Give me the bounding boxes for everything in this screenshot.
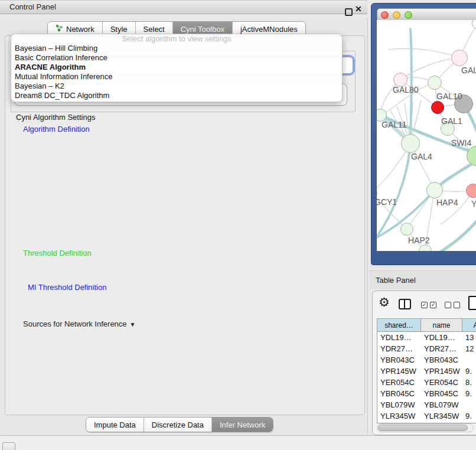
- cyni-mode-tabs: Impute DataDiscretize DataInfer Network: [86, 417, 273, 432]
- table-cell: 12: [462, 343, 476, 354]
- node-label-hap2: HAP2: [408, 236, 430, 245]
- table-cell: 9.: [462, 410, 476, 422]
- table-row[interactable]: YBR043CYBR043C: [377, 354, 476, 366]
- node-table: shared…nameAYDL19…YDL19…13YDR27…YDR27…12…: [377, 318, 476, 423]
- table-cell: [462, 399, 476, 410]
- network-node[interactable]: [428, 76, 442, 90]
- table-cell: YBR043C: [377, 354, 421, 366]
- table-cell: YBL079W: [421, 399, 462, 410]
- tab-label: Impute Data: [94, 420, 136, 429]
- table-row[interactable]: YDL19…YDL19…13: [377, 332, 476, 343]
- algorithm-item-bayesian-hill-climbing[interactable]: Bayesian – Hill Climbing: [11, 44, 342, 53]
- control-panel-titlebar: Control Panel ✕: [0, 0, 367, 14]
- sources-group-title[interactable]: Sources for Network Inference▼: [21, 319, 137, 328]
- table-cell: YER054C: [377, 377, 421, 388]
- corner-button[interactable]: [2, 442, 15, 450]
- table-panel: ⚙ ✓✓ shared…nameAYDL19…YDL19…13YDR27…YDR…: [372, 291, 476, 435]
- node-label-hap4: HAP4: [436, 198, 458, 207]
- table-row[interactable]: YER054CYER054C8.: [377, 377, 476, 388]
- status-bar: [0, 435, 476, 450]
- column-header-name[interactable]: name: [421, 319, 462, 332]
- table-panel-title: Table Panel: [376, 271, 416, 289]
- table-cell: YBR045C: [377, 388, 421, 399]
- settings-gear-icon[interactable]: ⚙: [379, 296, 390, 309]
- table-cell: YDR27…: [421, 343, 462, 354]
- split-columns-icon[interactable]: [399, 299, 411, 309]
- table-row[interactable]: YDR27…YDR27…12: [377, 343, 476, 354]
- table-header-row: shared…nameA: [377, 319, 476, 332]
- algorithm-item-aracne-algorithm[interactable]: ARACNE Algorithm: [11, 63, 342, 72]
- table-cell: YDL19…: [377, 332, 421, 343]
- algorithm-item-dream8-dc-tdc-algorithm[interactable]: Dream8 DC_TDC Algorithm: [11, 91, 342, 100]
- show-columns-icon[interactable]: ✓✓: [421, 302, 436, 308]
- minimize-traffic-light-icon[interactable]: [393, 11, 400, 19]
- network-edge[interactable]: [389, 48, 459, 58]
- column-header-a[interactable]: A: [462, 319, 476, 332]
- table-row[interactable]: YBL079WYBL079W: [377, 399, 476, 410]
- algorithm-item-bayesian-k2[interactable]: Bayesian – K2: [11, 81, 342, 91]
- tab-impute-data[interactable]: Impute Data: [86, 418, 144, 432]
- table-panel-titlebar: Table Panel: [369, 270, 476, 289]
- node-label-gal80: GAL80: [393, 85, 419, 94]
- mi-threshold-definition-title: MI Threshold Definition: [26, 283, 108, 292]
- panel-title: Control Panel: [9, 1, 56, 14]
- popup-placeholder: Select algorithm to view settings: [11, 34, 342, 44]
- table-cell: YER054C: [421, 377, 462, 388]
- screen: Control Panel ✕ NetworkStyleSelectCyni T…: [0, 0, 476, 450]
- algorithm-item-mutual-information-inference[interactable]: Mutual Information Inference: [11, 72, 342, 81]
- network-node[interactable]: [401, 134, 420, 153]
- tab-label: Network: [66, 25, 94, 34]
- scrollbar-thumb[interactable]: [378, 425, 468, 431]
- hide-columns-icon[interactable]: [445, 302, 460, 308]
- node-label-gal4: GAL4: [411, 152, 432, 161]
- tab-label: Style: [110, 25, 128, 34]
- threshold-definition-title: Threshold Definition: [21, 249, 93, 257]
- network-node[interactable]: [431, 101, 444, 114]
- network-canvas[interactable]: GALGAL80GAL10GAL1GAL11SWI4GAL4GCY1HAP4YH…: [377, 20, 476, 251]
- export-table-icon[interactable]: [468, 296, 476, 310]
- table-row[interactable]: YBR045CYBR045C9.: [377, 388, 476, 399]
- table-cell: YLR345W: [421, 410, 462, 422]
- node-label-gal: GAL: [461, 66, 476, 75]
- tab-discretize-data[interactable]: Discretize Data: [144, 418, 212, 432]
- table-cell: [462, 354, 476, 366]
- settings-group-title: Cyni Algorithm Settings: [14, 113, 97, 122]
- table-cell: YBL079W: [377, 399, 421, 410]
- network-edge[interactable]: [437, 215, 476, 251]
- table-cell: YPR145W: [377, 366, 421, 377]
- algorithm-item-basic-correlation-inference[interactable]: Basic Correlation Inference: [11, 53, 342, 63]
- table-cell: YLR345W: [377, 410, 421, 422]
- network-node[interactable]: [400, 223, 413, 236]
- node-label-gal11: GAL11: [382, 120, 407, 129]
- node-label-gcy1: GCY1: [377, 197, 397, 207]
- table-horizontal-scrollbar[interactable]: [377, 423, 474, 432]
- algorithm-definition-title: Algorithm Definition: [21, 125, 92, 133]
- tab-label: Cyni Toolbox: [181, 25, 224, 34]
- tab-infer-network[interactable]: Infer Network: [212, 418, 273, 432]
- float-window-icon[interactable]: [345, 8, 353, 16]
- network-window-titlebar[interactable]: [377, 8, 476, 21]
- table-row[interactable]: YPR145WYPR145W9.: [377, 366, 476, 377]
- collapse-arrow-icon[interactable]: ▼: [130, 321, 136, 328]
- table-cell: YDL19…: [421, 332, 462, 343]
- table-row[interactable]: YLR345WYLR345W9.: [377, 410, 476, 422]
- tab-label: Discretize Data: [152, 420, 204, 429]
- table-cell: YBR043C: [421, 354, 462, 366]
- tab-label: jActiveMNodules: [240, 25, 298, 34]
- network-icon: [56, 24, 63, 34]
- sources-title-text: Sources for Network Inference: [23, 319, 127, 328]
- tab-label: Select: [144, 25, 165, 34]
- table-cell: YPR145W: [421, 366, 462, 377]
- network-node[interactable]: [426, 182, 443, 198]
- close-traffic-light-icon[interactable]: [381, 11, 389, 19]
- table-cell: 13: [462, 332, 476, 343]
- close-icon[interactable]: ✕: [355, 2, 362, 15]
- node-label-gal10: GAL10: [436, 92, 462, 101]
- table-cell: 9.: [462, 388, 476, 399]
- node-label-swi4: SWI4: [451, 138, 471, 148]
- column-header-shared[interactable]: shared…: [377, 319, 421, 332]
- network-node[interactable]: [466, 184, 476, 198]
- zoom-traffic-light-icon[interactable]: [405, 11, 412, 19]
- network-node[interactable]: [451, 50, 468, 66]
- node-label-gal1: GAL1: [441, 116, 462, 126]
